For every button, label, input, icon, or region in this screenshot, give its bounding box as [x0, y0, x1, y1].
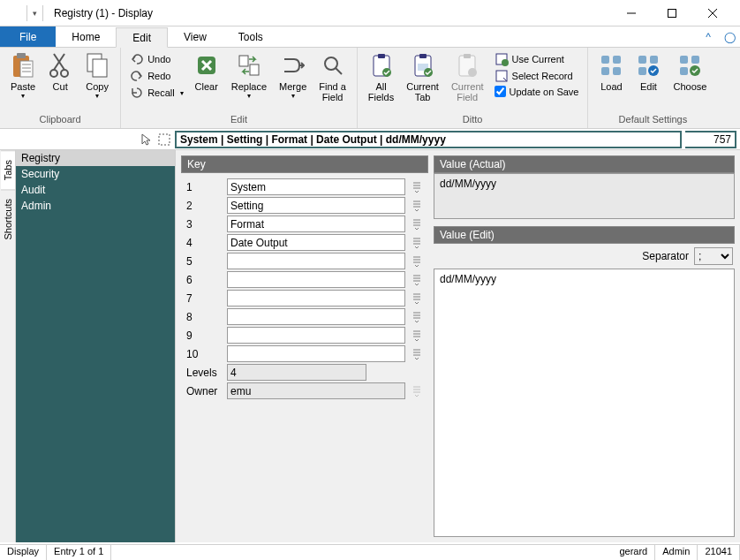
paste-icon — [11, 51, 34, 79]
sidebar-item-audit[interactable]: Audit — [16, 182, 175, 198]
current-tab-button[interactable]: Current Tab — [401, 49, 444, 104]
pointer-tool-icon[interactable] — [140, 132, 154, 147]
copy-button[interactable]: Copy ▾ — [79, 49, 115, 102]
sidebar-item-admin[interactable]: Admin — [16, 198, 175, 214]
key-row-number: 5 — [186, 255, 222, 268]
key-row-input[interactable] — [227, 290, 405, 306]
select-record-button[interactable]: Select Record — [491, 68, 583, 84]
ribbon-group-clipboard: Paste ▾ Cut Copy ▾ Clipboard — [0, 48, 121, 128]
choose-defaults-button[interactable]: Choose — [668, 49, 712, 94]
reorder-handle-icon[interactable] — [411, 292, 423, 305]
value-edit-box[interactable]: dd/MM/yyyy — [434, 269, 735, 537]
clear-button[interactable]: Clear — [189, 49, 224, 94]
levels-value — [227, 364, 366, 381]
selection-tool-icon[interactable] — [157, 132, 171, 147]
svg-point-14 — [61, 70, 68, 77]
edit-defaults-button[interactable]: Edit — [631, 49, 666, 94]
recall-button[interactable]: Recall▾ — [126, 85, 187, 101]
current-field-button: Current Field — [446, 49, 489, 104]
value-actual-box: dd/MM/yyyy — [434, 173, 735, 219]
tab-edit[interactable]: Edit — [116, 27, 168, 48]
merge-button[interactable]: Merge ▾ — [274, 49, 312, 102]
key-row-number: 10 — [186, 348, 222, 360]
key-row-number: 6 — [186, 274, 222, 286]
clipboard-all-icon — [371, 51, 392, 79]
tab-home[interactable]: Home — [56, 26, 116, 47]
key-row-input[interactable] — [227, 216, 405, 232]
ribbon-tabs: File Home Edit View Tools ^ ◯ — [0, 26, 740, 48]
key-row-input[interactable] — [227, 327, 405, 344]
clear-icon — [195, 51, 218, 79]
reorder-handle-icon[interactable] — [411, 181, 423, 193]
ribbon-collapse-icon[interactable]: ^ — [698, 26, 719, 47]
quick-access-toolbar: ▾ — [7, 5, 47, 21]
reorder-handle-icon[interactable] — [411, 200, 423, 212]
reorder-handle-icon[interactable] — [411, 348, 423, 360]
svg-rect-20 — [239, 56, 248, 66]
key-row-input[interactable] — [227, 178, 405, 195]
ribbon-group-edit: Undo Redo Recall▾ Clear Replace ▾ Merge … — [121, 48, 358, 128]
key-row-input[interactable] — [227, 271, 405, 288]
reorder-handle-icon[interactable] — [411, 274, 423, 286]
sidebar: Registry Security Audit Admin — [16, 150, 176, 542]
key-row: 2 — [181, 197, 428, 214]
reorder-handle-icon[interactable] — [411, 255, 423, 268]
tab-file[interactable]: File — [0, 26, 56, 47]
reorder-handle-icon[interactable] — [411, 218, 423, 231]
ribbon-body: Paste ▾ Cut Copy ▾ Clipboard Undo Redo R… — [0, 48, 740, 129]
tab-tools[interactable]: Tools — [223, 26, 279, 47]
close-button[interactable] — [692, 0, 733, 26]
svg-rect-38 — [613, 56, 621, 64]
find-field-button[interactable]: Find a Field — [313, 49, 351, 104]
key-row: 5 — [181, 253, 428, 269]
key-row-input[interactable] — [227, 197, 405, 214]
key-row-input[interactable] — [227, 345, 405, 362]
copy-icon — [86, 51, 109, 79]
owner-label: Owner — [186, 385, 222, 397]
reorder-handle-icon[interactable] — [411, 311, 423, 323]
rail-shortcuts[interactable]: Shortcuts — [1, 189, 15, 248]
key-row-input[interactable] — [227, 253, 405, 269]
svg-rect-47 — [680, 67, 688, 75]
key-row-input[interactable] — [227, 308, 405, 325]
svg-point-33 — [468, 68, 477, 77]
key-row-number: 8 — [186, 311, 222, 323]
use-current-button[interactable]: Use Current — [491, 51, 583, 67]
ribbon-help-icon[interactable]: ◯ — [719, 26, 740, 47]
reorder-handle-icon[interactable] — [411, 329, 423, 342]
key-row-number: 2 — [186, 200, 222, 212]
separator-select[interactable]: ; — [694, 247, 733, 265]
breadcrumb-path[interactable]: System | Setting | Format | Date Output … — [175, 131, 682, 148]
all-fields-button[interactable]: All Fields — [363, 49, 399, 104]
reorder-handle-icon[interactable] — [411, 237, 423, 249]
paste-button[interactable]: Paste ▾ — [5, 49, 41, 102]
key-row: 1 — [181, 178, 428, 195]
maximize-button[interactable] — [652, 0, 692, 26]
undo-button[interactable]: Undo — [126, 51, 187, 67]
separator-label: Separator — [642, 250, 689, 262]
key-row: 6 — [181, 271, 428, 288]
key-row: 8 — [181, 308, 428, 325]
svg-rect-45 — [680, 56, 688, 64]
levels-label: Levels — [186, 367, 222, 379]
update-on-save-checkbox[interactable]: Update on Save — [491, 85, 583, 98]
sidebar-item-registry[interactable]: Registry — [16, 150, 175, 166]
redo-button[interactable]: Redo — [126, 68, 187, 84]
minimize-button[interactable] — [611, 0, 652, 26]
svg-rect-21 — [250, 64, 259, 75]
key-row-input[interactable] — [227, 234, 405, 251]
key-row-number: 4 — [186, 237, 222, 249]
replace-button[interactable]: Replace ▾ — [226, 49, 272, 102]
cut-button[interactable]: Cut — [42, 49, 78, 94]
status-mode: Display — [0, 545, 47, 560]
tab-view[interactable]: View — [168, 26, 223, 47]
svg-rect-40 — [613, 67, 621, 75]
load-defaults-button[interactable]: Load — [593, 49, 629, 94]
qat-dropdown-icon[interactable]: ▾ — [33, 9, 37, 18]
svg-line-23 — [336, 68, 342, 74]
key-row: 3 — [181, 216, 428, 232]
rail-tabs[interactable]: Tabs — [1, 150, 15, 189]
svg-rect-37 — [601, 56, 609, 64]
sidebar-item-security[interactable]: Security — [16, 166, 175, 182]
svg-point-22 — [325, 57, 337, 70]
